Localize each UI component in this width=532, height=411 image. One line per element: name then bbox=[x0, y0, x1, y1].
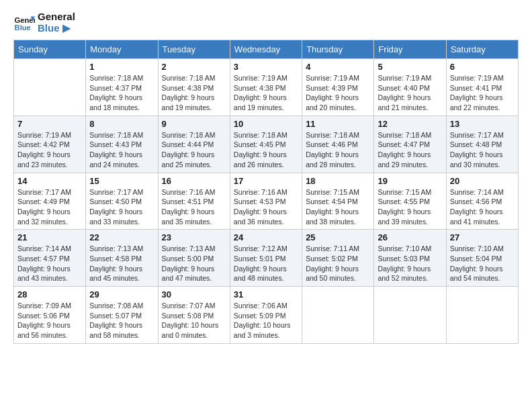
day-info: Sunrise: 7:18 AM Sunset: 4:44 PM Dayligh… bbox=[162, 130, 226, 170]
logo-icon: General Blue bbox=[13, 12, 35, 34]
calendar-cell: 25Sunrise: 7:11 AM Sunset: 5:02 PM Dayli… bbox=[302, 230, 374, 287]
day-number: 7 bbox=[17, 119, 82, 129]
day-number: 8 bbox=[89, 119, 154, 129]
day-number: 13 bbox=[450, 119, 515, 129]
day-info: Sunrise: 7:18 AM Sunset: 4:38 PM Dayligh… bbox=[162, 73, 226, 113]
calendar-cell: 27Sunrise: 7:10 AM Sunset: 5:04 PM Dayli… bbox=[446, 230, 518, 287]
calendar-cell: 24Sunrise: 7:12 AM Sunset: 5:01 PM Dayli… bbox=[230, 230, 302, 287]
day-header-tuesday: Tuesday bbox=[158, 40, 230, 59]
calendar-header-row: SundayMondayTuesdayWednesdayThursdayFrid… bbox=[14, 40, 519, 59]
page-header: General Blue General Blue ▶ bbox=[13, 11, 519, 34]
day-info: Sunrise: 7:10 AM Sunset: 5:04 PM Dayligh… bbox=[450, 244, 515, 283]
day-number: 5 bbox=[378, 62, 442, 72]
calendar-cell: 5Sunrise: 7:19 AM Sunset: 4:40 PM Daylig… bbox=[374, 59, 446, 116]
day-info: Sunrise: 7:17 AM Sunset: 4:48 PM Dayligh… bbox=[450, 130, 515, 170]
calendar-cell: 11Sunrise: 7:18 AM Sunset: 4:46 PM Dayli… bbox=[302, 116, 374, 173]
calendar-cell bbox=[446, 287, 518, 344]
day-info: Sunrise: 7:15 AM Sunset: 4:55 PM Dayligh… bbox=[378, 187, 442, 227]
day-info: Sunrise: 7:15 AM Sunset: 4:54 PM Dayligh… bbox=[306, 187, 370, 227]
calendar-cell: 30Sunrise: 7:07 AM Sunset: 5:08 PM Dayli… bbox=[158, 287, 230, 344]
day-info: Sunrise: 7:11 AM Sunset: 5:02 PM Dayligh… bbox=[306, 244, 370, 283]
calendar-cell: 16Sunrise: 7:16 AM Sunset: 4:51 PM Dayli… bbox=[158, 173, 230, 230]
calendar-cell: 19Sunrise: 7:15 AM Sunset: 4:55 PM Dayli… bbox=[374, 173, 446, 230]
day-number: 11 bbox=[306, 119, 370, 129]
day-info: Sunrise: 7:13 AM Sunset: 4:58 PM Dayligh… bbox=[89, 244, 154, 283]
day-info: Sunrise: 7:16 AM Sunset: 4:53 PM Dayligh… bbox=[234, 187, 298, 227]
calendar-cell: 29Sunrise: 7:08 AM Sunset: 5:07 PM Dayli… bbox=[86, 287, 158, 344]
day-number: 2 bbox=[162, 62, 226, 72]
day-info: Sunrise: 7:19 AM Sunset: 4:38 PM Dayligh… bbox=[234, 73, 298, 113]
calendar-cell: 23Sunrise: 7:13 AM Sunset: 5:00 PM Dayli… bbox=[158, 230, 230, 287]
day-number: 29 bbox=[89, 289, 154, 300]
day-info: Sunrise: 7:19 AM Sunset: 4:41 PM Dayligh… bbox=[450, 73, 515, 113]
day-info: Sunrise: 7:09 AM Sunset: 5:06 PM Dayligh… bbox=[17, 301, 82, 340]
day-header-thursday: Thursday bbox=[302, 40, 374, 59]
calendar-week-2: 7Sunrise: 7:19 AM Sunset: 4:42 PM Daylig… bbox=[14, 116, 519, 173]
calendar-cell: 10Sunrise: 7:18 AM Sunset: 4:45 PM Dayli… bbox=[230, 116, 302, 173]
calendar-cell: 18Sunrise: 7:15 AM Sunset: 4:54 PM Dayli… bbox=[302, 173, 374, 230]
day-number: 19 bbox=[378, 176, 442, 186]
logo-blue: Blue ▶ bbox=[38, 22, 75, 34]
day-number: 18 bbox=[306, 176, 370, 186]
day-info: Sunrise: 7:18 AM Sunset: 4:43 PM Dayligh… bbox=[89, 130, 154, 170]
calendar-cell: 31Sunrise: 7:06 AM Sunset: 5:09 PM Dayli… bbox=[230, 287, 302, 344]
calendar-cell: 21Sunrise: 7:14 AM Sunset: 4:57 PM Dayli… bbox=[14, 230, 86, 287]
calendar-cell: 2Sunrise: 7:18 AM Sunset: 4:38 PM Daylig… bbox=[158, 59, 230, 116]
calendar-week-5: 28Sunrise: 7:09 AM Sunset: 5:06 PM Dayli… bbox=[14, 287, 519, 344]
calendar-cell: 3Sunrise: 7:19 AM Sunset: 4:38 PM Daylig… bbox=[230, 59, 302, 116]
day-info: Sunrise: 7:14 AM Sunset: 4:56 PM Dayligh… bbox=[450, 187, 515, 227]
day-info: Sunrise: 7:08 AM Sunset: 5:07 PM Dayligh… bbox=[89, 301, 154, 340]
day-number: 20 bbox=[450, 176, 515, 186]
day-info: Sunrise: 7:18 AM Sunset: 4:45 PM Dayligh… bbox=[234, 130, 298, 170]
day-number: 21 bbox=[17, 232, 82, 242]
day-number: 16 bbox=[162, 176, 226, 186]
day-info: Sunrise: 7:14 AM Sunset: 4:57 PM Dayligh… bbox=[17, 244, 82, 283]
day-number: 31 bbox=[234, 289, 298, 300]
day-info: Sunrise: 7:12 AM Sunset: 5:01 PM Dayligh… bbox=[234, 244, 298, 283]
calendar-cell: 22Sunrise: 7:13 AM Sunset: 4:58 PM Dayli… bbox=[86, 230, 158, 287]
day-info: Sunrise: 7:17 AM Sunset: 4:50 PM Dayligh… bbox=[89, 187, 154, 227]
calendar-table: SundayMondayTuesdayWednesdayThursdayFrid… bbox=[13, 40, 519, 344]
day-number: 14 bbox=[17, 176, 82, 186]
calendar-cell: 17Sunrise: 7:16 AM Sunset: 4:53 PM Dayli… bbox=[230, 173, 302, 230]
day-header-monday: Monday bbox=[86, 40, 158, 59]
day-info: Sunrise: 7:18 AM Sunset: 4:46 PM Dayligh… bbox=[306, 130, 370, 170]
calendar-cell: 28Sunrise: 7:09 AM Sunset: 5:06 PM Dayli… bbox=[14, 287, 86, 344]
calendar-cell bbox=[14, 59, 86, 116]
calendar-cell: 20Sunrise: 7:14 AM Sunset: 4:56 PM Dayli… bbox=[446, 173, 518, 230]
day-info: Sunrise: 7:13 AM Sunset: 5:00 PM Dayligh… bbox=[162, 244, 226, 283]
day-info: Sunrise: 7:19 AM Sunset: 4:40 PM Dayligh… bbox=[378, 73, 442, 113]
calendar-cell: 8Sunrise: 7:18 AM Sunset: 4:43 PM Daylig… bbox=[86, 116, 158, 173]
day-number: 28 bbox=[17, 289, 82, 300]
day-number: 9 bbox=[162, 119, 226, 129]
day-number: 1 bbox=[89, 62, 154, 72]
calendar-cell: 9Sunrise: 7:18 AM Sunset: 4:44 PM Daylig… bbox=[158, 116, 230, 173]
calendar-week-4: 21Sunrise: 7:14 AM Sunset: 4:57 PM Dayli… bbox=[14, 230, 519, 287]
day-info: Sunrise: 7:10 AM Sunset: 5:03 PM Dayligh… bbox=[378, 244, 442, 283]
calendar-cell: 6Sunrise: 7:19 AM Sunset: 4:41 PM Daylig… bbox=[446, 59, 518, 116]
day-number: 26 bbox=[378, 232, 442, 242]
svg-text:Blue: Blue bbox=[15, 24, 31, 32]
day-number: 22 bbox=[89, 232, 154, 242]
calendar-body: 1Sunrise: 7:18 AM Sunset: 4:37 PM Daylig… bbox=[14, 59, 519, 344]
calendar-cell: 15Sunrise: 7:17 AM Sunset: 4:50 PM Dayli… bbox=[86, 173, 158, 230]
day-info: Sunrise: 7:16 AM Sunset: 4:51 PM Dayligh… bbox=[162, 187, 226, 227]
calendar-cell bbox=[374, 287, 446, 344]
calendar-cell: 13Sunrise: 7:17 AM Sunset: 4:48 PM Dayli… bbox=[446, 116, 518, 173]
day-number: 4 bbox=[306, 62, 370, 72]
calendar-week-1: 1Sunrise: 7:18 AM Sunset: 4:37 PM Daylig… bbox=[14, 59, 519, 116]
day-info: Sunrise: 7:17 AM Sunset: 4:49 PM Dayligh… bbox=[17, 187, 82, 227]
calendar-cell: 14Sunrise: 7:17 AM Sunset: 4:49 PM Dayli… bbox=[14, 173, 86, 230]
day-number: 12 bbox=[378, 119, 442, 129]
day-info: Sunrise: 7:19 AM Sunset: 4:42 PM Dayligh… bbox=[17, 130, 82, 170]
calendar-cell: 7Sunrise: 7:19 AM Sunset: 4:42 PM Daylig… bbox=[14, 116, 86, 173]
calendar-week-3: 14Sunrise: 7:17 AM Sunset: 4:49 PM Dayli… bbox=[14, 173, 519, 230]
day-info: Sunrise: 7:06 AM Sunset: 5:09 PM Dayligh… bbox=[234, 301, 298, 340]
day-header-sunday: Sunday bbox=[14, 40, 86, 59]
calendar-cell: 12Sunrise: 7:18 AM Sunset: 4:47 PM Dayli… bbox=[374, 116, 446, 173]
day-number: 24 bbox=[234, 232, 298, 242]
day-number: 23 bbox=[162, 232, 226, 242]
logo-general: General bbox=[38, 11, 75, 22]
day-header-wednesday: Wednesday bbox=[230, 40, 302, 59]
calendar-cell: 26Sunrise: 7:10 AM Sunset: 5:03 PM Dayli… bbox=[374, 230, 446, 287]
